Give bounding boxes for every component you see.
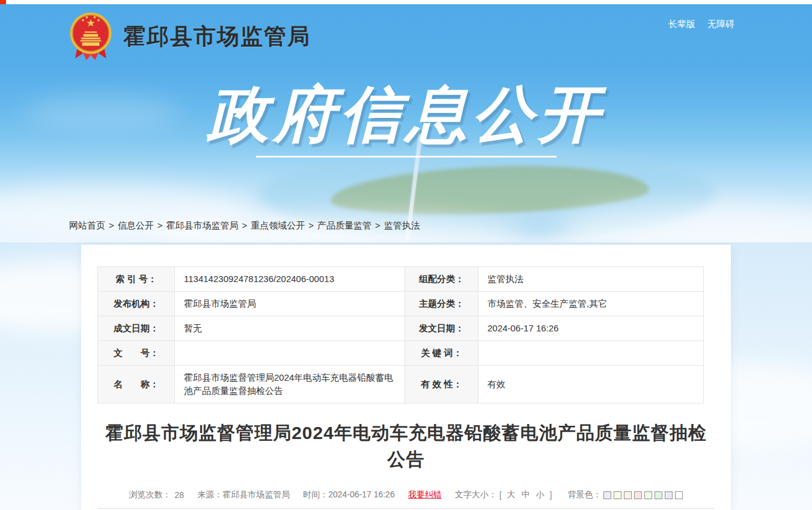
font-size-large-button[interactable]: 大: [507, 490, 516, 500]
publisher-value: 霍邱县市场监管局: [175, 292, 405, 316]
breadcrumb-separator: >: [308, 220, 314, 230]
utility-links: 长辈版 无障碍: [668, 19, 734, 30]
elder-version-link[interactable]: 长辈版: [668, 19, 695, 30]
breadcrumb-item-home[interactable]: 网站首页: [69, 220, 105, 230]
article-title: 霍邱县市场监督管理局2024年电动车充电器铅酸蓄电池产品质量监督抽检公告: [99, 420, 713, 473]
breadcrumb-item-bureau[interactable]: 霍邱县市场监管局: [166, 220, 239, 230]
breadcrumb-item-product-quality[interactable]: 产品质量监管: [317, 220, 371, 230]
breadcrumb-item-info-disclosure[interactable]: 信息公开: [118, 220, 154, 230]
keywords-label: 关 键 词：: [405, 341, 478, 366]
banner: 霍邱县市场监管局 长辈版 无障碍 政府信息公开 网站首页>信息公开>霍邱县市场监…: [0, 4, 812, 242]
site-header: 霍邱县市场监管局: [69, 10, 311, 63]
breadcrumb-separator: >: [375, 220, 380, 230]
group-category-label: 组配分类：: [405, 267, 478, 292]
group-category-value: 监管执法: [478, 267, 704, 292]
error-correction-link[interactable]: 我要纠错: [408, 490, 442, 500]
top-edge-strip: [0, 0, 812, 4]
view-count-value: 28: [175, 490, 185, 500]
bg-color-swatch[interactable]: [644, 491, 652, 499]
font-size-label: 文字大小：: [455, 490, 497, 500]
doc-number-label: 文 号：: [98, 341, 175, 366]
background-color-control: 背景色：: [567, 490, 683, 500]
site-name[interactable]: 霍邱县市场监管局: [123, 22, 311, 52]
bg-color-swatch[interactable]: [665, 491, 673, 499]
content-card: 索 引 号： 113414230924781236/202406-00013 组…: [81, 245, 731, 510]
font-size-small-button[interactable]: 小: [536, 490, 545, 500]
breadcrumb-separator: >: [109, 220, 114, 230]
index-number-value: 113414230924781236/202406-00013: [175, 267, 405, 292]
publish-date-label: 发文日期：: [405, 316, 478, 341]
bracket-close: ]: [550, 490, 552, 500]
bracket-open: [: [499, 490, 502, 500]
name-label: 名 称：: [98, 366, 175, 404]
view-count-label: 浏览次数：: [129, 490, 171, 500]
article-meta-bar: 浏览次数： 28 来源：霍邱县市场监管局 时间：2024-06-17 16:26…: [81, 488, 731, 502]
source: 来源：霍邱县市场监管局: [197, 490, 290, 500]
table-row: 名 称： 霍邱县市场监督管理局2024年电动车充电器铅酸蓄电池产品质量监督抽检公…: [98, 366, 704, 404]
font-size-control: 文字大小： [ 大 中 小 ]: [455, 490, 555, 500]
background-color-label: 背景色：: [567, 490, 601, 500]
written-date-value: 暂无: [175, 316, 405, 341]
bg-color-swatch[interactable]: [675, 491, 683, 499]
breadcrumb-item-key-areas[interactable]: 重点领域公开: [251, 220, 305, 230]
table-row: 文 号： 关 键 词：: [98, 341, 704, 366]
publish-time: 时间：2024-06-17 16:26: [303, 490, 395, 500]
topic-category-label: 主题分类：: [405, 292, 478, 316]
publish-date-value: 2024-06-17 16:26: [478, 316, 704, 341]
table-row: 发布机构： 霍邱县市场监管局 主题分类： 市场监管、安全生产监管,其它: [98, 292, 704, 316]
top-left-red-mark: [0, 0, 6, 4]
bg-color-swatch[interactable]: [624, 491, 632, 499]
written-date-label: 成文日期：: [98, 316, 175, 341]
bg-color-swatch[interactable]: [603, 491, 611, 499]
banner-underline: [256, 156, 557, 158]
table-row: 成文日期： 暂无 发文日期： 2024-06-17 16:26: [98, 316, 704, 341]
bg-color-swatch[interactable]: [614, 491, 621, 499]
topic-category-value: 市场监管、安全生产监管,其它: [478, 292, 704, 316]
validity-value: 有效: [478, 366, 704, 404]
index-number-label: 索 引 号：: [98, 267, 175, 292]
breadcrumb-separator: >: [242, 220, 248, 230]
publisher-label: 发布机构：: [98, 292, 175, 316]
view-count: 浏览次数： 28: [129, 490, 185, 500]
bg-color-swatch[interactable]: [634, 491, 642, 499]
breadcrumb-item-supervision-law[interactable]: 监管执法: [384, 220, 420, 230]
font-size-medium-button[interactable]: 中: [522, 490, 530, 500]
name-value: 霍邱县市场监督管理局2024年电动车充电器铅酸蓄电池产品质量监督抽检公告: [175, 366, 405, 404]
breadcrumb: 网站首页>信息公开>霍邱县市场监管局>重点领域公开>产品质量监管>监管执法: [69, 220, 420, 232]
table-row: 索 引 号： 113414230924781236/202406-00013 组…: [98, 267, 704, 292]
banner-title: 政府信息公开: [0, 74, 812, 156]
document-info-table: 索 引 号： 113414230924781236/202406-00013 组…: [97, 266, 704, 404]
doc-number-value: [175, 341, 405, 366]
bottom-divider: [98, 508, 714, 509]
national-emblem-icon[interactable]: [69, 11, 112, 62]
keywords-value: [478, 341, 704, 366]
validity-label: 有 效 性：: [405, 366, 478, 404]
breadcrumb-separator: >: [157, 220, 163, 230]
bg-color-swatch[interactable]: [655, 491, 662, 499]
accessibility-link[interactable]: 无障碍: [707, 19, 734, 30]
